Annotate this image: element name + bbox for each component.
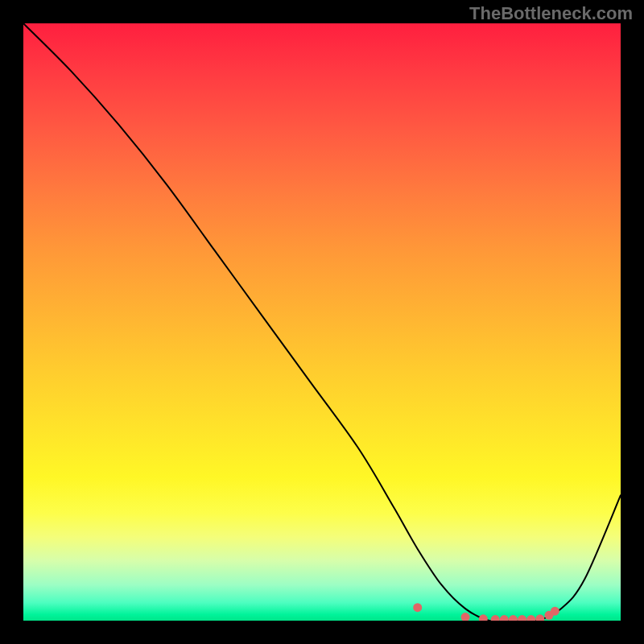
plot-area xyxy=(23,23,621,621)
marker-dot xyxy=(551,607,559,616)
marker-dot xyxy=(500,615,509,621)
marker-dot xyxy=(461,613,470,621)
curve-line xyxy=(23,23,621,621)
marker-dot xyxy=(413,603,422,612)
marker-dot xyxy=(479,614,488,621)
marker-dot xyxy=(491,615,500,621)
chart-svg xyxy=(23,23,621,621)
marker-dot xyxy=(526,615,535,621)
marker-dot xyxy=(509,615,518,621)
marker-dot xyxy=(518,615,526,621)
watermark: TheBottleneck.com xyxy=(469,3,633,24)
marker-dot xyxy=(535,614,544,621)
marker-group xyxy=(413,603,559,621)
